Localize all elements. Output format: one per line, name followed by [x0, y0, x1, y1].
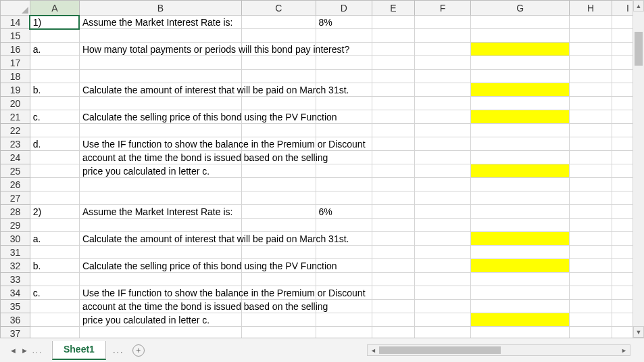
- cell-C25[interactable]: [241, 164, 316, 178]
- select-all-corner[interactable]: [1, 1, 30, 16]
- cell-F21[interactable]: [414, 110, 471, 124]
- cell-B36[interactable]: price you calculated in letter c.: [79, 313, 241, 327]
- cell-E31[interactable]: [372, 246, 415, 259]
- row-header-32[interactable]: 32: [1, 259, 30, 273]
- column-header-F[interactable]: F: [414, 1, 471, 16]
- scroll-right-button[interactable]: ►: [618, 345, 630, 355]
- cell-B32[interactable]: Calculate the selling price of this bond…: [79, 259, 241, 273]
- cell-C28[interactable]: [241, 205, 316, 219]
- cell-A24[interactable]: [30, 151, 79, 164]
- scroll-left-button[interactable]: ◄: [368, 345, 379, 355]
- row-header-21[interactable]: 21: [1, 110, 30, 124]
- cell-B34[interactable]: Use the IF function to show the balance …: [79, 286, 241, 300]
- row-header-27[interactable]: 27: [1, 191, 30, 205]
- cell-E32[interactable]: [372, 259, 415, 273]
- cell-H24[interactable]: [570, 151, 612, 164]
- horizontal-scroll-thumb[interactable]: [379, 346, 501, 354]
- cell-C22[interactable]: [241, 124, 316, 137]
- cell-F37[interactable]: [414, 327, 471, 338]
- cell-F26[interactable]: [414, 178, 471, 191]
- cell-F14[interactable]: [414, 16, 471, 29]
- cell-A37[interactable]: [30, 327, 79, 338]
- row-header-34[interactable]: 34: [1, 286, 30, 300]
- cell-F25[interactable]: [414, 164, 471, 178]
- cell-F28[interactable]: [414, 205, 471, 219]
- cell-B35[interactable]: account at the time the bond is issued b…: [79, 300, 241, 313]
- row-header-25[interactable]: 25: [1, 164, 30, 178]
- row-header-18[interactable]: 18: [1, 70, 30, 83]
- cell-E21[interactable]: [372, 110, 415, 124]
- cell-A34[interactable]: c.: [30, 286, 79, 300]
- row-header-35[interactable]: 35: [1, 300, 30, 313]
- column-header-E[interactable]: E: [372, 1, 415, 16]
- cell-G35[interactable]: [471, 300, 570, 313]
- cell-B21[interactable]: Calculate the selling price of this bond…: [79, 110, 241, 124]
- row-header-19[interactable]: 19: [1, 83, 30, 97]
- row-header-22[interactable]: 22: [1, 124, 30, 137]
- cell-G15[interactable]: [471, 29, 570, 43]
- cell-B27[interactable]: [79, 191, 241, 205]
- cell-E25[interactable]: [372, 164, 415, 178]
- cell-H33[interactable]: [570, 273, 612, 286]
- row-header-33[interactable]: 33: [1, 273, 30, 286]
- cell-E30[interactable]: [372, 232, 415, 246]
- cell-B20[interactable]: [79, 97, 241, 110]
- cell-H27[interactable]: [570, 191, 612, 205]
- vertical-scrollbar[interactable]: ▲ ▼: [633, 0, 644, 338]
- cell-G22[interactable]: [471, 124, 570, 137]
- cell-H37[interactable]: [570, 327, 612, 338]
- cell-B18[interactable]: [79, 70, 241, 83]
- row-header-36[interactable]: 36: [1, 313, 30, 327]
- vertical-scroll-track[interactable]: [633, 12, 644, 326]
- cell-A18[interactable]: [30, 70, 79, 83]
- cell-E33[interactable]: [372, 273, 415, 286]
- cell-E20[interactable]: [372, 97, 415, 110]
- row-header-15[interactable]: 15: [1, 29, 30, 43]
- column-header-B[interactable]: B: [79, 1, 241, 16]
- tab-nav-prev-icon[interactable]: ◄: [9, 346, 17, 355]
- cell-A28[interactable]: 2): [30, 205, 79, 219]
- cell-G24[interactable]: [471, 151, 570, 164]
- cell-H26[interactable]: [570, 178, 612, 191]
- cell-D17[interactable]: [316, 56, 372, 70]
- cell-B33[interactable]: [79, 273, 241, 286]
- cell-H25[interactable]: [570, 164, 612, 178]
- cell-H20[interactable]: [570, 97, 612, 110]
- cell-H19[interactable]: [570, 83, 612, 97]
- cell-C20[interactable]: [241, 97, 316, 110]
- row-header-28[interactable]: 28: [1, 205, 30, 219]
- cell-E14[interactable]: [372, 16, 415, 29]
- tab-nav-next-icon[interactable]: ►: [21, 346, 28, 355]
- cell-F17[interactable]: [414, 56, 471, 70]
- cell-F16[interactable]: [414, 43, 471, 56]
- cell-G34[interactable]: [471, 286, 570, 300]
- cell-E16[interactable]: [372, 43, 415, 56]
- cell-F27[interactable]: [414, 191, 471, 205]
- cell-C26[interactable]: [241, 178, 316, 191]
- cell-D26[interactable]: [316, 178, 372, 191]
- cell-G17[interactable]: [471, 56, 570, 70]
- cell-B29[interactable]: [79, 219, 241, 232]
- row-header-31[interactable]: 31: [1, 246, 30, 259]
- cell-B23[interactable]: Use the IF function to show the balance …: [79, 137, 241, 151]
- cell-A26[interactable]: [30, 178, 79, 191]
- cell-C18[interactable]: [241, 70, 316, 83]
- tab-options-icon[interactable]: ...: [109, 345, 128, 355]
- column-header-D[interactable]: D: [316, 1, 372, 16]
- cell-E24[interactable]: [372, 151, 415, 164]
- row-header-17[interactable]: 17: [1, 56, 30, 70]
- cell-A19[interactable]: b.: [30, 83, 79, 97]
- cell-E15[interactable]: [372, 29, 415, 43]
- cell-C27[interactable]: [241, 191, 316, 205]
- cell-F19[interactable]: [414, 83, 471, 97]
- cell-G14[interactable]: [471, 16, 570, 29]
- cell-H36[interactable]: [570, 313, 612, 327]
- cell-B26[interactable]: [79, 178, 241, 191]
- cell-F35[interactable]: [414, 300, 471, 313]
- cell-G28[interactable]: [471, 205, 570, 219]
- cell-H35[interactable]: [570, 300, 612, 313]
- cell-D27[interactable]: [316, 191, 372, 205]
- cell-G20[interactable]: [471, 97, 570, 110]
- cell-F20[interactable]: [414, 97, 471, 110]
- cell-H16[interactable]: [570, 43, 612, 56]
